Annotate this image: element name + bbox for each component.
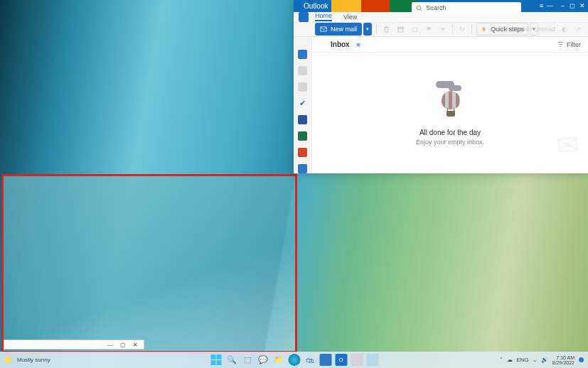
new-mail-label: New mail bbox=[331, 26, 357, 33]
window-controls: ≡ — – ◻ ✕ bbox=[540, 2, 585, 9]
outlook-taskbar-icon[interactable]: O bbox=[335, 354, 347, 366]
filter-icon bbox=[557, 41, 564, 48]
calendar-app-icon[interactable] bbox=[298, 66, 307, 75]
archive-icon[interactable] bbox=[395, 24, 405, 34]
close-icon[interactable]: ✕ bbox=[579, 2, 585, 9]
store-icon[interactable]: 🛍 bbox=[304, 354, 316, 366]
search-input[interactable]: Search bbox=[412, 2, 521, 13]
mail-icon bbox=[320, 26, 327, 33]
search-icon bbox=[416, 5, 422, 11]
ribbon-display-icon[interactable]: ≡ bbox=[540, 2, 543, 9]
move-icon[interactable]: ◻ bbox=[410, 24, 419, 34]
outlook-titlebar[interactable]: Outlook Search ≡ — – ◻ ✕ bbox=[294, 0, 588, 12]
search-taskbar-icon[interactable]: 🔍 bbox=[225, 354, 237, 366]
maximize-icon[interactable]: ◻ bbox=[570, 2, 574, 9]
pinned-app-2-icon[interactable] bbox=[366, 354, 378, 366]
lightning-icon bbox=[481, 26, 488, 33]
empty-subtitle: Enjoy your empty inbox. bbox=[416, 139, 484, 146]
empty-title: All done for the day bbox=[419, 129, 481, 136]
taskbar-widgets[interactable]: Mostly sunny bbox=[0, 356, 50, 364]
new-mail-button[interactable]: New mail bbox=[315, 23, 362, 36]
calculator-icon[interactable] bbox=[351, 354, 363, 366]
filter-label: Filter bbox=[567, 41, 581, 48]
more-apps-icon[interactable] bbox=[298, 164, 307, 173]
edge-icon[interactable] bbox=[288, 354, 300, 366]
tab-view[interactable]: View bbox=[343, 13, 357, 21]
clock[interactable]: 7:10 AM 8/29/2022 bbox=[552, 355, 574, 365]
language-indicator[interactable]: ENG bbox=[517, 357, 529, 363]
svg-line-1 bbox=[420, 9, 422, 11]
mail-app-icon[interactable] bbox=[298, 50, 307, 59]
svg-point-0 bbox=[417, 6, 421, 10]
empty-inbox-state: All done for the day Enjoy your empty in… bbox=[312, 53, 588, 173]
weather-text: Mostly sunny bbox=[17, 357, 50, 363]
svg-rect-4 bbox=[398, 28, 403, 32]
delete-icon[interactable] bbox=[381, 24, 391, 34]
taskbar[interactable]: Mostly sunny 🔍 ⬚ 💬 📁 🛍 O ˄ ☁ ENG ⌵ 🔊 7:1… bbox=[0, 352, 588, 368]
flag-icon[interactable]: ⚑ bbox=[424, 24, 434, 34]
maximize-icon[interactable]: ▢ bbox=[120, 342, 126, 348]
network-icon[interactable]: ⌵ bbox=[533, 357, 537, 363]
system-tray[interactable]: ˄ ☁ ENG ⌵ 🔊 7:10 AM 8/29/2022 bbox=[500, 355, 584, 365]
close-icon[interactable]: ✕ bbox=[133, 342, 138, 348]
word-app-icon[interactable] bbox=[298, 115, 307, 124]
read-unread-button[interactable]: ✉ Read / Unread bbox=[506, 26, 555, 33]
search-placeholder: Search bbox=[426, 4, 447, 11]
separator bbox=[452, 24, 453, 34]
weather-icon bbox=[4, 356, 13, 364]
app-rail: ✔ bbox=[294, 37, 312, 173]
tag-icon[interactable]: ◐ bbox=[560, 24, 570, 34]
more-commands-icon[interactable]: ↗ bbox=[574, 24, 584, 34]
outlook-window: Outlook Search ≡ — – ◻ ✕ Home View New m… bbox=[294, 0, 588, 173]
snap-target-region bbox=[1, 174, 297, 353]
svg-rect-2 bbox=[321, 27, 327, 31]
ribbon-tabs: Home View bbox=[294, 12, 588, 23]
favorite-star-icon[interactable]: ★ bbox=[356, 41, 361, 48]
explorer-icon[interactable]: 📁 bbox=[272, 354, 284, 366]
balloon-illustration bbox=[433, 81, 467, 121]
start-button[interactable] bbox=[210, 354, 222, 366]
folder-header: Inbox ★ Filter bbox=[312, 37, 588, 53]
separator bbox=[376, 24, 377, 34]
new-mail-dropdown[interactable]: ▾ bbox=[363, 23, 372, 36]
tray-chevron-icon[interactable]: ˄ bbox=[500, 357, 503, 363]
send-receive-icon[interactable]: ✈ bbox=[438, 24, 448, 34]
date-text: 8/29/2022 bbox=[552, 360, 574, 365]
separator bbox=[471, 24, 472, 34]
time-text: 7:10 AM bbox=[552, 355, 574, 360]
people-app-icon[interactable] bbox=[298, 82, 307, 92]
minimize-icon[interactable]: – bbox=[561, 2, 565, 9]
restore-down-icon[interactable]: — bbox=[547, 2, 553, 9]
powerpoint-app-icon[interactable] bbox=[298, 148, 307, 157]
envelope-watermark-icon: ✉ bbox=[555, 128, 581, 161]
volume-icon[interactable]: 🔊 bbox=[541, 357, 548, 363]
onedrive-icon[interactable]: ☁ bbox=[507, 357, 513, 363]
excel-app-icon[interactable] bbox=[298, 131, 307, 141]
filter-button[interactable]: Filter bbox=[557, 41, 581, 48]
notification-badge-icon[interactable] bbox=[579, 357, 584, 362]
app-name: Outlook bbox=[304, 2, 328, 10]
ribbon: New mail ▾ ◻ ⚑ ✈ ↻ Quick steps ▾ ✉ Read … bbox=[294, 23, 588, 37]
minimize-icon[interactable]: — bbox=[107, 342, 113, 348]
tab-home[interactable]: Home bbox=[315, 12, 332, 21]
todo-app-icon[interactable]: ✔ bbox=[299, 99, 306, 108]
mail-module-icon[interactable] bbox=[299, 12, 309, 22]
task-view-icon[interactable]: ⬚ bbox=[241, 354, 253, 366]
pinned-app-1-icon[interactable] bbox=[319, 354, 331, 366]
folder-name[interactable]: Inbox bbox=[331, 40, 350, 48]
chat-icon[interactable]: 💬 bbox=[257, 354, 269, 366]
message-list-pane: Inbox ★ Filter All done for the day Enjo… bbox=[312, 37, 588, 173]
sync-icon[interactable]: ↻ bbox=[457, 24, 467, 34]
taskbar-center: 🔍 ⬚ 💬 📁 🛍 O bbox=[210, 354, 378, 366]
dragged-window-titlebar[interactable]: — ▢ ✕ bbox=[4, 340, 144, 350]
